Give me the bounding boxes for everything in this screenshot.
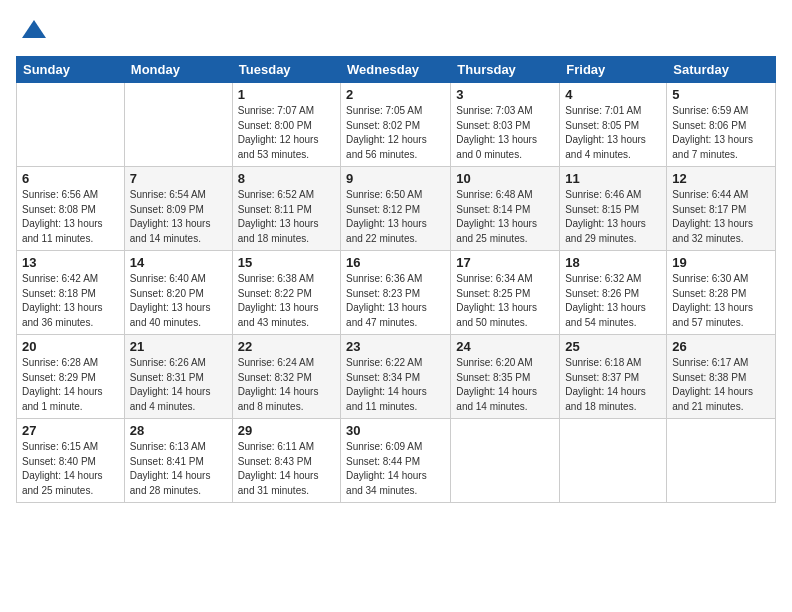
day-number: 30	[346, 423, 445, 438]
calendar-header-row: SundayMondayTuesdayWednesdayThursdayFrid…	[17, 57, 776, 83]
day-info: Sunrise: 6:26 AM Sunset: 8:31 PM Dayligh…	[130, 356, 227, 414]
calendar-cell	[451, 419, 560, 503]
day-info: Sunrise: 6:36 AM Sunset: 8:23 PM Dayligh…	[346, 272, 445, 330]
calendar-week-row: 6Sunrise: 6:56 AM Sunset: 8:08 PM Daylig…	[17, 167, 776, 251]
day-number: 23	[346, 339, 445, 354]
calendar-cell: 20Sunrise: 6:28 AM Sunset: 8:29 PM Dayli…	[17, 335, 125, 419]
day-number: 5	[672, 87, 770, 102]
calendar-week-row: 27Sunrise: 6:15 AM Sunset: 8:40 PM Dayli…	[17, 419, 776, 503]
page-header	[16, 16, 776, 44]
day-number: 14	[130, 255, 227, 270]
calendar-cell: 2Sunrise: 7:05 AM Sunset: 8:02 PM Daylig…	[341, 83, 451, 167]
calendar-cell: 7Sunrise: 6:54 AM Sunset: 8:09 PM Daylig…	[124, 167, 232, 251]
day-number: 28	[130, 423, 227, 438]
day-number: 26	[672, 339, 770, 354]
logo	[16, 16, 48, 44]
calendar-cell: 30Sunrise: 6:09 AM Sunset: 8:44 PM Dayli…	[341, 419, 451, 503]
calendar-table: SundayMondayTuesdayWednesdayThursdayFrid…	[16, 56, 776, 503]
calendar-cell: 3Sunrise: 7:03 AM Sunset: 8:03 PM Daylig…	[451, 83, 560, 167]
calendar-cell: 16Sunrise: 6:36 AM Sunset: 8:23 PM Dayli…	[341, 251, 451, 335]
calendar-cell: 23Sunrise: 6:22 AM Sunset: 8:34 PM Dayli…	[341, 335, 451, 419]
day-info: Sunrise: 6:24 AM Sunset: 8:32 PM Dayligh…	[238, 356, 335, 414]
calendar-cell: 27Sunrise: 6:15 AM Sunset: 8:40 PM Dayli…	[17, 419, 125, 503]
calendar-cell: 12Sunrise: 6:44 AM Sunset: 8:17 PM Dayli…	[667, 167, 776, 251]
day-number: 7	[130, 171, 227, 186]
day-info: Sunrise: 6:48 AM Sunset: 8:14 PM Dayligh…	[456, 188, 554, 246]
day-number: 24	[456, 339, 554, 354]
day-number: 19	[672, 255, 770, 270]
day-number: 27	[22, 423, 119, 438]
day-number: 2	[346, 87, 445, 102]
calendar-cell	[560, 419, 667, 503]
day-number: 25	[565, 339, 661, 354]
svg-marker-0	[22, 20, 46, 38]
day-info: Sunrise: 6:59 AM Sunset: 8:06 PM Dayligh…	[672, 104, 770, 162]
calendar-cell: 14Sunrise: 6:40 AM Sunset: 8:20 PM Dayli…	[124, 251, 232, 335]
calendar-week-row: 13Sunrise: 6:42 AM Sunset: 8:18 PM Dayli…	[17, 251, 776, 335]
weekday-header-thursday: Thursday	[451, 57, 560, 83]
calendar-cell	[17, 83, 125, 167]
day-info: Sunrise: 6:17 AM Sunset: 8:38 PM Dayligh…	[672, 356, 770, 414]
day-info: Sunrise: 6:56 AM Sunset: 8:08 PM Dayligh…	[22, 188, 119, 246]
day-number: 17	[456, 255, 554, 270]
day-info: Sunrise: 6:20 AM Sunset: 8:35 PM Dayligh…	[456, 356, 554, 414]
logo-icon	[20, 16, 48, 44]
day-info: Sunrise: 6:18 AM Sunset: 8:37 PM Dayligh…	[565, 356, 661, 414]
weekday-header-tuesday: Tuesday	[232, 57, 340, 83]
day-number: 18	[565, 255, 661, 270]
day-number: 1	[238, 87, 335, 102]
day-number: 15	[238, 255, 335, 270]
day-info: Sunrise: 6:22 AM Sunset: 8:34 PM Dayligh…	[346, 356, 445, 414]
day-number: 10	[456, 171, 554, 186]
day-info: Sunrise: 6:34 AM Sunset: 8:25 PM Dayligh…	[456, 272, 554, 330]
weekday-header-monday: Monday	[124, 57, 232, 83]
calendar-cell: 10Sunrise: 6:48 AM Sunset: 8:14 PM Dayli…	[451, 167, 560, 251]
weekday-header-wednesday: Wednesday	[341, 57, 451, 83]
calendar-cell: 22Sunrise: 6:24 AM Sunset: 8:32 PM Dayli…	[232, 335, 340, 419]
day-info: Sunrise: 6:38 AM Sunset: 8:22 PM Dayligh…	[238, 272, 335, 330]
day-number: 29	[238, 423, 335, 438]
calendar-cell: 24Sunrise: 6:20 AM Sunset: 8:35 PM Dayli…	[451, 335, 560, 419]
weekday-header-friday: Friday	[560, 57, 667, 83]
day-info: Sunrise: 6:42 AM Sunset: 8:18 PM Dayligh…	[22, 272, 119, 330]
calendar-week-row: 1Sunrise: 7:07 AM Sunset: 8:00 PM Daylig…	[17, 83, 776, 167]
calendar-cell: 11Sunrise: 6:46 AM Sunset: 8:15 PM Dayli…	[560, 167, 667, 251]
calendar-cell: 6Sunrise: 6:56 AM Sunset: 8:08 PM Daylig…	[17, 167, 125, 251]
day-info: Sunrise: 6:46 AM Sunset: 8:15 PM Dayligh…	[565, 188, 661, 246]
day-info: Sunrise: 6:32 AM Sunset: 8:26 PM Dayligh…	[565, 272, 661, 330]
calendar-cell	[124, 83, 232, 167]
day-info: Sunrise: 7:01 AM Sunset: 8:05 PM Dayligh…	[565, 104, 661, 162]
day-info: Sunrise: 7:07 AM Sunset: 8:00 PM Dayligh…	[238, 104, 335, 162]
calendar-cell: 26Sunrise: 6:17 AM Sunset: 8:38 PM Dayli…	[667, 335, 776, 419]
calendar-cell: 1Sunrise: 7:07 AM Sunset: 8:00 PM Daylig…	[232, 83, 340, 167]
day-number: 20	[22, 339, 119, 354]
day-info: Sunrise: 6:09 AM Sunset: 8:44 PM Dayligh…	[346, 440, 445, 498]
calendar-cell: 15Sunrise: 6:38 AM Sunset: 8:22 PM Dayli…	[232, 251, 340, 335]
day-info: Sunrise: 6:44 AM Sunset: 8:17 PM Dayligh…	[672, 188, 770, 246]
calendar-cell: 8Sunrise: 6:52 AM Sunset: 8:11 PM Daylig…	[232, 167, 340, 251]
day-info: Sunrise: 6:11 AM Sunset: 8:43 PM Dayligh…	[238, 440, 335, 498]
calendar-cell	[667, 419, 776, 503]
day-number: 8	[238, 171, 335, 186]
calendar-cell: 13Sunrise: 6:42 AM Sunset: 8:18 PM Dayli…	[17, 251, 125, 335]
day-info: Sunrise: 7:03 AM Sunset: 8:03 PM Dayligh…	[456, 104, 554, 162]
day-info: Sunrise: 6:40 AM Sunset: 8:20 PM Dayligh…	[130, 272, 227, 330]
calendar-cell: 5Sunrise: 6:59 AM Sunset: 8:06 PM Daylig…	[667, 83, 776, 167]
day-info: Sunrise: 6:15 AM Sunset: 8:40 PM Dayligh…	[22, 440, 119, 498]
day-info: Sunrise: 7:05 AM Sunset: 8:02 PM Dayligh…	[346, 104, 445, 162]
day-info: Sunrise: 6:28 AM Sunset: 8:29 PM Dayligh…	[22, 356, 119, 414]
day-info: Sunrise: 6:30 AM Sunset: 8:28 PM Dayligh…	[672, 272, 770, 330]
calendar-cell: 19Sunrise: 6:30 AM Sunset: 8:28 PM Dayli…	[667, 251, 776, 335]
day-number: 3	[456, 87, 554, 102]
day-info: Sunrise: 6:13 AM Sunset: 8:41 PM Dayligh…	[130, 440, 227, 498]
day-number: 22	[238, 339, 335, 354]
calendar-cell: 17Sunrise: 6:34 AM Sunset: 8:25 PM Dayli…	[451, 251, 560, 335]
calendar-cell: 9Sunrise: 6:50 AM Sunset: 8:12 PM Daylig…	[341, 167, 451, 251]
day-info: Sunrise: 6:52 AM Sunset: 8:11 PM Dayligh…	[238, 188, 335, 246]
weekday-header-sunday: Sunday	[17, 57, 125, 83]
day-number: 12	[672, 171, 770, 186]
day-info: Sunrise: 6:50 AM Sunset: 8:12 PM Dayligh…	[346, 188, 445, 246]
calendar-cell: 21Sunrise: 6:26 AM Sunset: 8:31 PM Dayli…	[124, 335, 232, 419]
day-number: 21	[130, 339, 227, 354]
weekday-header-saturday: Saturday	[667, 57, 776, 83]
